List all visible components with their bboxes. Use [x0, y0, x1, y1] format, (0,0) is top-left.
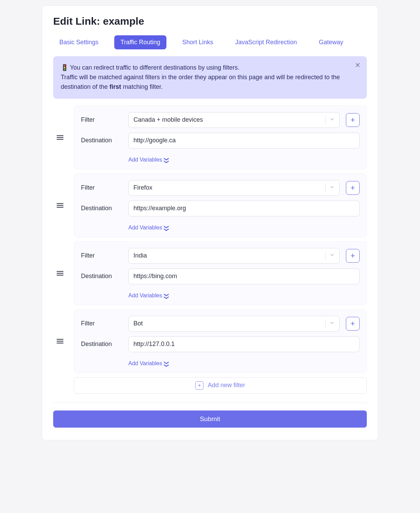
- add-variables-label: Add Variables: [128, 157, 162, 163]
- double-chevron-down-icon: ❯❯: [164, 361, 170, 366]
- tab-traffic-routing[interactable]: Traffic Routing: [114, 35, 166, 49]
- filter-body: FilterCanada + mobile devices+Destinatio…: [74, 106, 367, 169]
- alert-line-1: 🚦 You can redirect traffic to different …: [61, 63, 359, 73]
- add-new-filter-button[interactable]: + Add new filter: [74, 377, 367, 394]
- destination-row: Destination: [81, 133, 360, 148]
- chevron-down-icon: [329, 320, 335, 327]
- double-chevron-down-icon: ❯❯: [164, 293, 170, 298]
- filter-row: FilterBot+: [81, 316, 360, 332]
- filter-label: Filter: [81, 116, 122, 123]
- tab-gateway[interactable]: Gateway: [313, 35, 349, 49]
- add-variables-label: Add Variables: [128, 360, 162, 367]
- select-separator: [325, 184, 326, 192]
- filter-select-value: Canada + mobile devices: [133, 116, 203, 123]
- double-chevron-down-icon: ❯❯: [164, 225, 170, 230]
- add-filter-condition-button[interactable]: +: [346, 113, 360, 127]
- filter-body: FilterFirefox+DestinationAdd Variables❯❯: [74, 174, 367, 237]
- filters-container: FilterCanada + mobile devices+Destinatio…: [53, 106, 367, 373]
- alert-line-2: Traffic will be matched against filters …: [61, 73, 359, 92]
- filter-select-value: Firefox: [133, 184, 152, 191]
- filter-select[interactable]: Canada + mobile devices: [128, 112, 340, 128]
- filter-body: FilterBot+DestinationAdd Variables❯❯: [74, 309, 367, 373]
- filter-label: Filter: [81, 184, 122, 191]
- select-separator: [325, 116, 326, 124]
- add-variables-link[interactable]: Add Variables❯❯: [128, 225, 170, 231]
- select-separator: [325, 320, 326, 328]
- filter-select[interactable]: India: [128, 248, 340, 264]
- close-icon[interactable]: ✕: [355, 62, 361, 69]
- page-title: Edit Link: example: [53, 15, 367, 27]
- filter-card: FilterFirefox+DestinationAdd Variables❯❯: [53, 174, 367, 237]
- filter-card: FilterBot+DestinationAdd Variables❯❯: [53, 309, 367, 373]
- alert-text-1: You can redirect traffic to different de…: [70, 64, 240, 71]
- add-variables-label: Add Variables: [128, 225, 162, 231]
- drag-handle-icon[interactable]: [53, 337, 67, 346]
- destination-row: Destination: [81, 336, 360, 352]
- drag-handle-icon[interactable]: [53, 133, 67, 142]
- filter-select[interactable]: Firefox: [128, 180, 340, 196]
- filter-row: FilterFirefox+: [81, 180, 360, 196]
- add-new-filter-label: Add new filter: [208, 382, 245, 389]
- destination-row: Destination: [81, 269, 360, 284]
- filter-row: FilterCanada + mobile devices+: [81, 112, 360, 128]
- tabs: Basic SettingsTraffic RoutingShort Links…: [53, 35, 367, 49]
- edit-link-card: Edit Link: example Basic SettingsTraffic…: [42, 5, 378, 440]
- filter-select-value: India: [133, 252, 147, 259]
- select-separator: [325, 252, 326, 260]
- drag-handle-icon[interactable]: [53, 201, 67, 210]
- alert-text-2b: matching filter.: [121, 83, 163, 90]
- filter-select-value: Bot: [133, 320, 143, 327]
- destination-input[interactable]: [128, 269, 360, 284]
- destination-label: Destination: [81, 137, 122, 144]
- tab-javascript-redirection[interactable]: JavaScript Redirection: [229, 35, 303, 49]
- filter-label: Filter: [81, 252, 122, 259]
- filter-label: Filter: [81, 320, 122, 327]
- add-variables-link[interactable]: Add Variables❯❯: [128, 157, 170, 163]
- filter-select[interactable]: Bot: [128, 316, 340, 332]
- destination-input[interactable]: [128, 133, 360, 148]
- filter-row: FilterIndia+: [81, 248, 360, 264]
- alert-text-2a: Traffic will be matched against filters …: [61, 74, 340, 90]
- add-variables-link[interactable]: Add Variables❯❯: [128, 360, 170, 367]
- filter-card: FilterCanada + mobile devices+Destinatio…: [53, 106, 367, 169]
- plus-icon: +: [195, 381, 203, 390]
- destination-input[interactable]: [128, 201, 360, 216]
- chevron-down-icon: [329, 184, 335, 192]
- add-filter-condition-button[interactable]: +: [346, 181, 360, 195]
- add-filter-condition-button[interactable]: +: [346, 317, 360, 331]
- info-alert: ✕ 🚦 You can redirect traffic to differen…: [53, 56, 367, 99]
- divider: [53, 403, 367, 403]
- chevron-down-icon: [329, 116, 335, 124]
- add-filter-condition-button[interactable]: +: [346, 249, 360, 263]
- chevron-down-icon: [329, 252, 335, 260]
- destination-label: Destination: [81, 341, 122, 348]
- destination-label: Destination: [81, 205, 122, 212]
- double-chevron-down-icon: ❯❯: [164, 157, 170, 163]
- add-variables-label: Add Variables: [128, 293, 162, 299]
- tab-basic-settings[interactable]: Basic Settings: [53, 35, 105, 49]
- destination-input[interactable]: [128, 336, 360, 352]
- tab-short-links[interactable]: Short Links: [176, 35, 219, 49]
- submit-button[interactable]: Submit: [53, 410, 367, 428]
- destination-label: Destination: [81, 273, 122, 280]
- filter-body: FilterIndia+DestinationAdd Variables❯❯: [74, 241, 367, 305]
- drag-handle-icon[interactable]: [53, 269, 67, 278]
- add-variables-link[interactable]: Add Variables❯❯: [128, 293, 170, 299]
- destination-row: Destination: [81, 201, 360, 216]
- alert-text-bold: first: [109, 83, 121, 90]
- traffic-light-icon: 🚦: [61, 64, 70, 71]
- filter-card: FilterIndia+DestinationAdd Variables❯❯: [53, 241, 367, 305]
